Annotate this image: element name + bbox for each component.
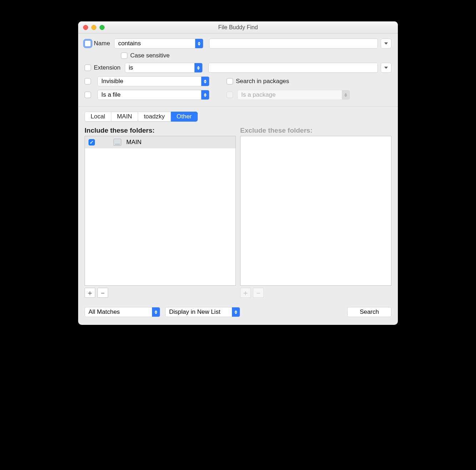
stepper-arrows-icon bbox=[201, 77, 209, 86]
minus-icon: － bbox=[99, 288, 106, 298]
stepper-arrows-icon bbox=[152, 307, 160, 317]
include-remove-button[interactable]: － bbox=[97, 288, 108, 298]
isfile-value: Is a file bbox=[98, 91, 201, 98]
extension-checkbox[interactable] bbox=[85, 65, 91, 71]
search-in-packages-label: Search in packages bbox=[236, 78, 289, 85]
extension-row: Extension is bbox=[85, 63, 391, 73]
name-operator-popup[interactable]: contains bbox=[114, 39, 203, 48]
name-row: Name contains bbox=[85, 39, 391, 48]
name-label: Name bbox=[94, 40, 110, 47]
list-item-label: MAIN bbox=[126, 139, 142, 146]
display-popup[interactable]: Display in New List bbox=[165, 307, 240, 317]
window-root: File Buddy Find Name contains Case sensi… bbox=[78, 21, 398, 325]
zoom-icon[interactable] bbox=[100, 25, 105, 30]
bottom-row: All Matches Display in New List Search bbox=[85, 307, 391, 317]
minimize-icon[interactable] bbox=[91, 25, 96, 30]
include-title: Include these folders: bbox=[85, 127, 236, 134]
folders-area: Include these folders: MAIN ＋ － Exclude … bbox=[85, 127, 391, 298]
close-icon[interactable] bbox=[83, 25, 88, 30]
drive-icon bbox=[113, 139, 121, 146]
matches-value: All Matches bbox=[85, 308, 152, 316]
extension-input[interactable] bbox=[208, 63, 378, 73]
case-sensitive-label: Case sensitive bbox=[130, 52, 170, 59]
chevron-down-icon bbox=[384, 42, 388, 45]
exclude-title: Exclude these folders: bbox=[240, 127, 391, 134]
extension-operator-value: is bbox=[125, 64, 194, 71]
invisible-row: Invisible Search in packages bbox=[85, 76, 391, 86]
name-input[interactable] bbox=[209, 39, 378, 48]
exclude-add-button: ＋ bbox=[240, 288, 251, 298]
matches-popup[interactable]: All Matches bbox=[85, 307, 160, 317]
exclude-column: Exclude these folders: ＋ － bbox=[240, 127, 391, 298]
stepper-arrows-icon bbox=[232, 307, 240, 317]
name-operator-value: contains bbox=[115, 40, 195, 47]
divider bbox=[78, 106, 398, 107]
name-checkbox[interactable] bbox=[85, 40, 91, 47]
extension-more-button[interactable] bbox=[381, 63, 391, 73]
titlebar: File Buddy Find bbox=[78, 21, 398, 34]
stepper-arrows-icon bbox=[195, 39, 203, 48]
invisible-value: Invisible bbox=[98, 78, 201, 85]
invisible-checkbox[interactable] bbox=[85, 78, 91, 85]
extension-operator-popup[interactable]: is bbox=[125, 63, 203, 73]
include-add-button[interactable]: ＋ bbox=[85, 288, 95, 298]
case-sensitive-checkbox[interactable] bbox=[121, 52, 127, 59]
tab-other[interactable]: Other bbox=[171, 112, 198, 122]
include-column: Include these folders: MAIN ＋ － bbox=[85, 127, 236, 298]
ispackage-checkbox bbox=[227, 92, 233, 98]
stepper-arrows-icon bbox=[342, 90, 350, 99]
invisible-popup[interactable]: Invisible bbox=[97, 76, 209, 86]
include-listbox[interactable]: MAIN bbox=[85, 136, 236, 286]
tab-main[interactable]: MAIN bbox=[111, 112, 138, 122]
content-area: Name contains Case sensitive Extension i… bbox=[78, 34, 398, 325]
exclude-listbox[interactable] bbox=[240, 136, 391, 286]
plus-icon: ＋ bbox=[242, 288, 249, 298]
location-tabs: LocalMAINtoadzkyOther bbox=[85, 112, 198, 122]
search-in-packages-checkbox[interactable] bbox=[227, 78, 233, 85]
exclude-addremove: ＋ － bbox=[240, 288, 391, 298]
ispackage-popup: Is a package bbox=[237, 90, 350, 100]
isfile-checkbox[interactable] bbox=[85, 92, 91, 98]
isfile-row: Is a file Is a package bbox=[85, 90, 391, 100]
ispackage-value: Is a package bbox=[238, 91, 342, 98]
window-title: File Buddy Find bbox=[78, 24, 398, 31]
plus-icon: ＋ bbox=[86, 288, 93, 298]
isfile-popup[interactable]: Is a file bbox=[97, 90, 209, 100]
tab-toadzky[interactable]: toadzky bbox=[138, 112, 171, 122]
include-addremove: ＋ － bbox=[85, 288, 236, 298]
extension-label: Extension bbox=[94, 64, 121, 71]
list-item-checkbox[interactable] bbox=[88, 139, 95, 145]
list-item[interactable]: MAIN bbox=[85, 136, 236, 148]
stepper-arrows-icon bbox=[194, 63, 202, 72]
exclude-remove-button: － bbox=[253, 288, 264, 298]
chevron-down-icon bbox=[384, 67, 388, 69]
tab-local[interactable]: Local bbox=[85, 112, 111, 122]
minus-icon: － bbox=[255, 288, 262, 298]
case-sensitive-row: Case sensitive bbox=[121, 52, 391, 59]
name-more-button[interactable] bbox=[381, 39, 391, 48]
display-value: Display in New List bbox=[166, 308, 232, 316]
stepper-arrows-icon bbox=[201, 90, 209, 99]
window-controls bbox=[78, 25, 105, 30]
search-button[interactable]: Search bbox=[347, 307, 391, 317]
